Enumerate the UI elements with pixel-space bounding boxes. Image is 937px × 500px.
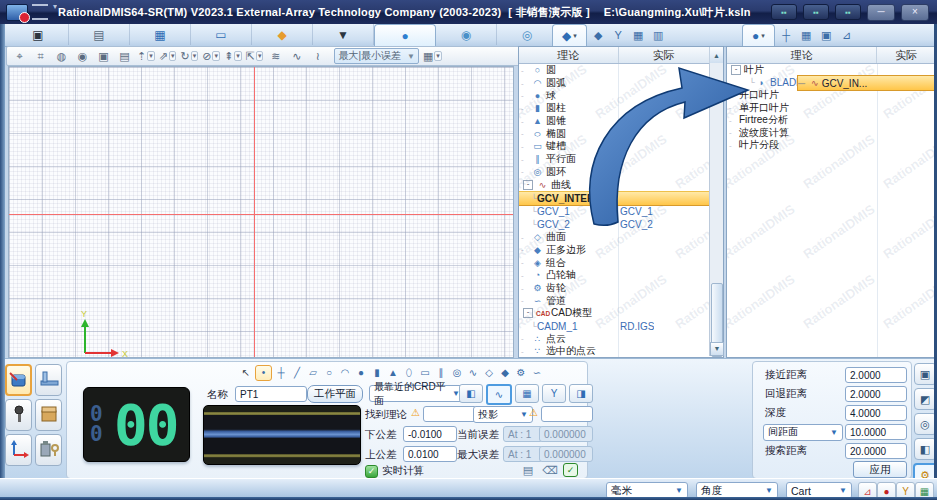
pan-icon[interactable]: ⌖ bbox=[11, 49, 28, 64]
probe-toggle-icon[interactable]: Y bbox=[542, 384, 566, 403]
circle-icon[interactable]: ○ bbox=[322, 367, 336, 378]
eye-view-icon[interactable]: ◉ bbox=[74, 49, 91, 64]
ellipse-icon[interactable]: ⬯ bbox=[402, 367, 416, 379]
coordinate-axes-button[interactable] bbox=[5, 434, 32, 466]
projection-value-input[interactable] bbox=[541, 406, 593, 422]
cylinder-icon[interactable]: ▮ bbox=[370, 367, 384, 378]
camera-icon[interactable]: ▣ bbox=[818, 29, 835, 42]
tree-item-gcv-1[interactable]: └GCV_1 GCV_1 bbox=[519, 206, 723, 219]
joystick-icon[interactable]: ● bbox=[877, 482, 896, 500]
tree-item-torus[interactable]: -◎圆环 bbox=[519, 166, 723, 179]
depth-input[interactable]: 4.0000 bbox=[845, 405, 907, 421]
tree-item-curve[interactable]: -∿曲线 bbox=[519, 178, 723, 191]
approach-distance-input[interactable]: 2.0000 bbox=[845, 367, 907, 383]
apply-check-icon[interactable]: ✓ bbox=[563, 463, 578, 477]
find-theory-input[interactable] bbox=[423, 406, 477, 422]
measure-cube-button[interactable] bbox=[5, 364, 32, 396]
pitch-plane-input[interactable]: 10.0000 bbox=[845, 424, 907, 440]
slot-icon[interactable]: ▭ bbox=[418, 367, 432, 378]
probe-status-icon[interactable]: ▪▪ bbox=[771, 4, 797, 20]
unit-combo[interactable]: 毫米▼ bbox=[606, 482, 688, 499]
angle-combo[interactable]: 角度▼ bbox=[696, 482, 778, 499]
tree-item-selected-point-cloud[interactable]: -∵选中的点云 bbox=[519, 345, 723, 357]
curve-icon[interactable]: ∿ bbox=[466, 367, 480, 378]
tree-item-arc[interactable]: -◠圆弧 bbox=[519, 77, 723, 90]
table-toggle-icon[interactable]: ▦ bbox=[515, 384, 539, 403]
clear-icon[interactable]: ⌫ bbox=[541, 463, 559, 477]
tree-item-firtree-analysis[interactable]: -Firtree分析 bbox=[727, 114, 935, 127]
blade-view-tab[interactable]: ● ▾ bbox=[742, 24, 775, 46]
scroll-up-button[interactable]: ▲ bbox=[710, 47, 723, 63]
caliper-button[interactable] bbox=[35, 364, 62, 396]
tree-item-slot[interactable]: -▭键槽 bbox=[519, 140, 723, 153]
mid-tree-col-theory[interactable]: 理论 bbox=[519, 47, 619, 63]
close-button[interactable]: × bbox=[901, 4, 929, 21]
graphics-viewport[interactable]: Y X bbox=[8, 66, 514, 358]
crown-icon[interactable]: ▦ bbox=[630, 29, 647, 42]
tree-item-gcv-inter1[interactable]: └GCV_INTER1 bbox=[519, 191, 723, 206]
probe-line-icon[interactable]: ⇗▾ bbox=[159, 49, 177, 64]
coordinate-plane-icon[interactable]: ⊿ bbox=[858, 482, 877, 500]
scan-wave-icon[interactable]: ≋ bbox=[267, 49, 284, 64]
drag-ghost-gcv[interactable]: ─∿ GCV_IN... bbox=[797, 75, 936, 91]
fixture-box-button[interactable] bbox=[35, 399, 62, 431]
search-distance-input[interactable]: 20.0000 bbox=[845, 443, 907, 459]
scroll-down-button[interactable]: ▼ bbox=[710, 342, 724, 356]
arc-icon[interactable]: ◠ bbox=[338, 367, 352, 378]
axes-icon[interactable]: ┼ bbox=[274, 367, 288, 378]
tree-item-sphere[interactable]: -●球 bbox=[519, 89, 723, 102]
tree-item-camshaft[interactable]: -◔凸轮轴 bbox=[519, 269, 723, 282]
name-input[interactable]: PT1 bbox=[235, 386, 307, 402]
right-tree-col-actual[interactable]: 实际 bbox=[877, 47, 935, 63]
table-tab[interactable]: ▦ bbox=[130, 24, 191, 45]
dro-grid-icon[interactable]: ▦ bbox=[915, 482, 934, 500]
collapse-icon[interactable]: - bbox=[731, 65, 741, 75]
mid-tree-col-actual[interactable]: 实际 bbox=[619, 47, 711, 63]
minimize-button[interactable]: ─ bbox=[867, 4, 895, 21]
machine-tab[interactable]: ▣ bbox=[8, 24, 69, 45]
axes-icon[interactable]: ┼ bbox=[778, 29, 795, 41]
line-icon[interactable]: ╱ bbox=[290, 367, 304, 378]
label-box-icon[interactable]: ▤ bbox=[116, 49, 133, 64]
retract-distance-input[interactable]: 2.0000 bbox=[845, 386, 907, 402]
calibrate-tab[interactable]: ◆ bbox=[252, 24, 313, 45]
grab-probe-icon[interactable]: ↖ bbox=[239, 367, 253, 378]
tree-item-polygon[interactable]: -◆正多边形 bbox=[519, 244, 723, 257]
lower-tolerance-input[interactable]: -0.0100 bbox=[403, 426, 457, 442]
parallel-planes-icon[interactable]: ∥ bbox=[434, 367, 448, 378]
report-tab[interactable]: ◎ bbox=[497, 24, 558, 45]
tree-item-blade-segment[interactable]: -叶片分段 bbox=[727, 139, 935, 152]
tree-item-single-open-blade[interactable]: -单开口叶片 bbox=[727, 102, 935, 115]
torus-icon[interactable]: ◎ bbox=[450, 367, 464, 378]
pipe-icon[interactable]: ∽ bbox=[530, 367, 544, 378]
collapse-icon[interactable]: - bbox=[523, 308, 533, 318]
gear-icon[interactable]: ⚙ bbox=[514, 367, 528, 378]
probe-point-icon[interactable]: ⇡▾ bbox=[137, 49, 155, 64]
feature-view-tab[interactable]: ◆ ▾ bbox=[552, 24, 587, 46]
right-tree-col-theory[interactable]: 理论 bbox=[727, 47, 877, 63]
graph-toggle-icon[interactable]: ∿ bbox=[486, 384, 512, 405]
probe-scan-icon[interactable]: ⇱▾ bbox=[246, 49, 264, 64]
document-tab[interactable]: ▤ bbox=[69, 24, 130, 45]
report-grid-icon[interactable]: ▦▾ bbox=[423, 49, 442, 64]
result-toggle-icon[interactable]: ◨ bbox=[569, 384, 593, 403]
crd-plane-combo[interactable]: 最靠近的CRD平面▼ bbox=[369, 385, 465, 402]
probe-circle-icon[interactable]: ↻▾ bbox=[180, 49, 198, 64]
tree-item-parallel-planes[interactable]: -∥平行面 bbox=[519, 153, 723, 166]
tree-item-combine[interactable]: -◈组合 bbox=[519, 256, 723, 269]
tree-item-waviness-calc[interactable]: -波纹度计算 bbox=[727, 127, 935, 140]
scan-section-icon[interactable]: ≀ bbox=[309, 49, 326, 64]
caliper-y-icon[interactable]: Y bbox=[610, 29, 627, 41]
tree-item-cad-model[interactable]: -CADCAD模型 bbox=[519, 307, 723, 320]
probe-tab[interactable]: ▼ bbox=[313, 24, 374, 45]
ruler-y-icon[interactable]: ⊿ bbox=[838, 29, 855, 42]
apply-button[interactable]: 应用 bbox=[853, 461, 907, 478]
tree-item-gear[interactable]: -⚙齿轮 bbox=[519, 282, 723, 295]
plane-icon[interactable]: ▱ bbox=[306, 367, 320, 378]
tree-item-cone[interactable]: -▲圆锥 bbox=[519, 115, 723, 128]
dome-view-icon[interactable]: ◍ bbox=[53, 49, 70, 64]
polygon-icon[interactable]: ◆ bbox=[498, 367, 512, 378]
projection-combo[interactable]: 投影▼ bbox=[473, 406, 533, 423]
table-icon[interactable]: ▦ bbox=[798, 29, 815, 42]
tree-item-ellipse[interactable]: -○椭圆 bbox=[519, 127, 723, 140]
